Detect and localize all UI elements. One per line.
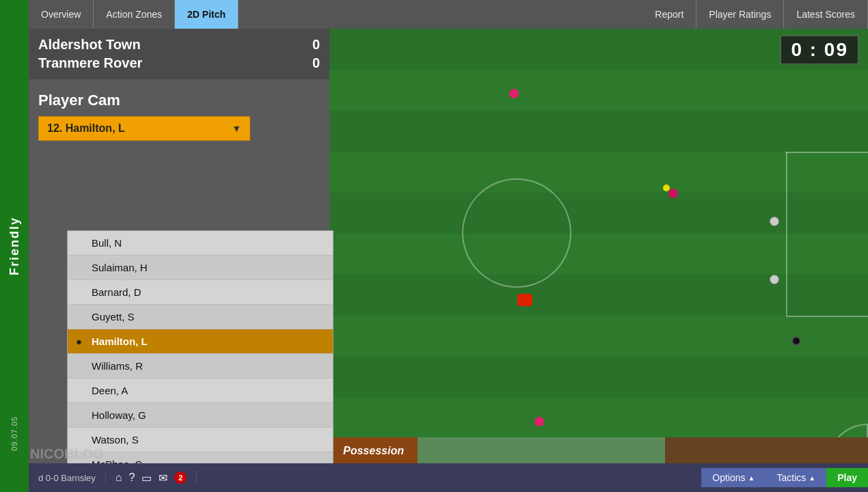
player-cam-title: Player Cam	[38, 92, 320, 109]
player-item-sulaiman[interactable]: Sulaiman, H	[68, 256, 333, 280]
clock-minutes: 0	[791, 39, 803, 60]
player-item-deen[interactable]: Deen, A	[68, 379, 333, 403]
player-dot-bottom	[534, 417, 544, 426]
tactics-label: Tactics	[776, 472, 806, 483]
possession-bar-bg	[418, 437, 868, 465]
player-item-holloway[interactable]: Holloway, G	[68, 403, 333, 428]
player-cam-section: Player Cam 12. Hamilton, L ▼	[29, 82, 329, 150]
player-dot-white1	[770, 217, 779, 226]
sidebar: Friendly 09.07.05	[0, 0, 29, 492]
tab-player-ratings[interactable]: Player Ratings	[696, 0, 784, 29]
tab-overview[interactable]: Overview	[29, 0, 94, 29]
dropdown-selected-value: 12. Hamilton, L	[47, 122, 125, 135]
possession-label: Possession	[329, 437, 418, 465]
tactics-button[interactable]: Tactics ▲	[765, 468, 826, 487]
monitor-icon[interactable]: ▭	[141, 472, 152, 484]
center-circle	[462, 178, 571, 288]
player-item-barnard[interactable]: Barnard, D	[68, 280, 333, 305]
score-area: Aldershot Town 0 Tranmere Rover 0	[29, 29, 329, 79]
notification-badge: 2	[174, 472, 187, 484]
match-type-label: Friendly	[8, 217, 22, 275]
grass-stripe-5	[329, 357, 868, 398]
chevron-down-icon: ▼	[232, 123, 241, 134]
match-clock: 0 : 09	[781, 36, 858, 64]
play-button[interactable]: Play	[826, 468, 868, 487]
away-team-name: Tranmere Rover	[38, 55, 307, 71]
player-dot-1	[509, 89, 519, 98]
player-dot-black	[791, 336, 801, 346]
tab-2d-pitch[interactable]: 2D Pitch	[175, 0, 239, 29]
player-dropdown-list: Bull, N Sulaiman, H Barnard, D Guyett, S…	[67, 230, 334, 478]
tab-latest-scores[interactable]: Latest Scores	[784, 0, 868, 29]
date-label: 09.07.05	[10, 416, 18, 451]
possession-bar: Possession	[329, 437, 868, 465]
player-item-hamilton[interactable]: Hamilton, L	[68, 329, 333, 354]
tab-action-zones[interactable]: Action Zones	[94, 0, 175, 29]
play-label: Play	[837, 472, 857, 483]
player-cluster	[517, 294, 532, 306]
goal-line-top-right	[786, 152, 868, 153]
options-arrow-icon: ▲	[748, 474, 755, 482]
away-team-row: Tranmere Rover 0	[38, 55, 320, 71]
pitch-area: 0 : 09 Possession	[329, 29, 868, 465]
clock-separator: :	[810, 39, 817, 60]
help-icon[interactable]: ?	[129, 472, 135, 484]
player-item-bull[interactable]: Bull, N	[68, 231, 333, 256]
bottom-bar: d 0-0 Barnsley ⌂ ? ▭ ✉ 2 Options ▲ Tacti…	[29, 463, 868, 492]
left-panel: Aldershot Town 0 Tranmere Rover 0 Player…	[29, 29, 329, 465]
options-button[interactable]: Options ▲	[701, 468, 765, 487]
home-team-row: Aldershot Town 0	[38, 37, 320, 53]
grass-stripe-2	[329, 111, 868, 152]
player-dot-white2	[770, 275, 779, 284]
options-label: Options	[712, 472, 745, 483]
mail-icon[interactable]: ✉	[159, 472, 167, 484]
tab-report[interactable]: Report	[642, 0, 696, 29]
top-nav: Overview Action Zones 2D Pitch Report Pl…	[29, 0, 868, 29]
player-cam-dropdown[interactable]: 12. Hamilton, L ▼	[38, 116, 250, 141]
player-item-williams[interactable]: Williams, R	[68, 354, 333, 379]
bottom-score-info: d 0-0 Barnsley	[29, 473, 106, 483]
home-team-name: Aldershot Town	[38, 37, 307, 53]
goal-box-right	[786, 152, 787, 316]
watermark: NICOBLOG	[30, 446, 104, 462]
possession-fill	[418, 437, 665, 465]
bottom-icons: ⌂ ? ▭ ✉ 2	[106, 472, 198, 484]
home-team-score: 0	[312, 37, 320, 53]
tactics-arrow-icon: ▲	[809, 474, 815, 482]
clock-seconds: 09	[824, 39, 848, 60]
away-team-score: 0	[312, 55, 320, 71]
home-icon[interactable]: ⌂	[116, 472, 122, 484]
player-item-guyett[interactable]: Guyett, S	[68, 305, 333, 329]
player-item-watson[interactable]: Watson, S	[68, 428, 333, 452]
goal-line-bottom-right	[786, 316, 868, 317]
player-dot-pink2	[668, 189, 678, 198]
